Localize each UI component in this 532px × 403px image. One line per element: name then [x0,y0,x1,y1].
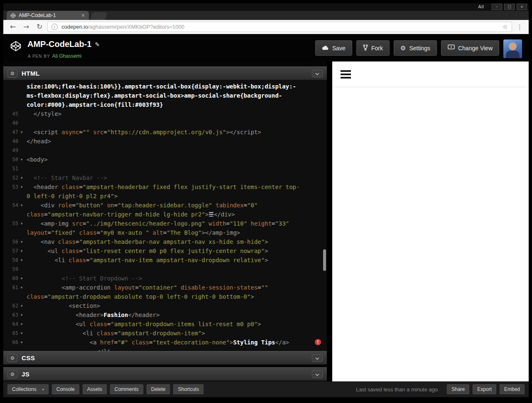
css-collapse-button[interactable] [312,354,323,362]
author-link[interactable]: Ali Ghassemi [52,53,82,59]
avatar[interactable] [503,39,522,58]
console-button[interactable]: Console [52,384,79,394]
code-line[interactable]: 51 [3,164,327,173]
code-line[interactable]: 53▾ <header class="ampstart-headerbar fi… [3,182,327,192]
browser-menu-icon[interactable]: ⋮ [517,23,523,31]
code-line[interactable]: 57▾ <ul class="list-reset center m0 p0 f… [3,246,327,256]
fork-button[interactable]: Fork [356,40,390,56]
edit-title-icon[interactable]: ✎ [95,41,100,48]
back-button[interactable]: ← [10,22,16,31]
fold-arrow-icon[interactable]: ▾ [18,219,25,228]
code-line[interactable]: 56▾ <nav class="ampstart-headerbar-nav a… [3,237,327,246]
code-line[interactable]: 0 left-0 right-0 pl2 pr4"> [3,192,327,201]
code-line[interactable]: 52▾ <!-- Start Navbar --> [3,173,327,182]
css-settings-gear-icon[interactable]: ⚙ [7,354,17,362]
cloud-save-icon [322,45,329,52]
preview-hamburger-icon[interactable] [341,70,351,79]
delete-button[interactable]: Delete [147,384,170,394]
code-text [25,164,27,173]
forward-button[interactable]: → [23,22,29,31]
url-bar[interactable]: i codepen.io/aghassemi/pen/XMKbGP?editor… [47,22,512,32]
settings-button[interactable]: ⚙ Settings [394,40,437,56]
js-collapse-button[interactable] [312,371,323,378]
shortcuts-button[interactable]: Shortcuts [173,384,203,394]
chevron-down-icon [315,70,319,76]
code-line[interactable]: size:100%;flex-basis:100%}}.ampstart-soc… [3,82,327,91]
window-close-button[interactable]: × [517,4,527,10]
code-line[interactable]: 55▾ <amp-img src="../img/thescenic/heade… [3,219,327,228]
code-line[interactable]: 49 [3,146,327,155]
pen-title: AMP-CodeLab-1 [27,39,91,49]
code-line[interactable]: 47▾ <script async="" src="https://cdn.am… [3,128,327,137]
window-minimize-button[interactable]: – [492,4,502,10]
code-line[interactable]: 63▾ <header>Fashion</header> [3,310,327,319]
line-number: 45 [3,109,18,118]
line-number: 58 [3,256,18,265]
code-line[interactable]: 66▾ <a href="#" class="text-decoration-n… [3,338,327,347]
tab-close-icon[interactable]: × [81,12,85,18]
editor-scrollbar[interactable] [323,249,326,271]
code-text: size:100%;flex-basis:100%}}.ampstart-soc… [25,82,296,91]
fold-arrow-icon[interactable]: ▾ [18,256,25,265]
code-line[interactable]: class="ampstart-navbar-trigger md-hide l… [3,210,327,219]
change-view-button[interactable]: Change View [441,40,499,56]
fold-arrow-icon[interactable]: ▾ [18,319,25,329]
code-line[interactable]: 60▾ <!-- Start Dropdown --> [3,274,327,283]
fold-arrow-icon[interactable]: ▾ [18,301,25,310]
save-button[interactable]: Save [315,40,352,56]
codepen-logo-icon[interactable] [10,40,22,54]
fold-arrow-icon[interactable]: ▾ [18,310,25,319]
code-line[interactable]: 50▾<body> [3,155,327,164]
code-line[interactable]: 46 [3,118,327,128]
code-line[interactable]: 64▾ <ul class="ampstart-dropdown-items l… [3,319,327,329]
fold-arrow-icon[interactable]: ▾ [18,173,25,182]
fold-arrow-icon[interactable]: ▾ [18,246,25,256]
new-tab-button[interactable] [90,12,108,20]
fold-arrow-icon[interactable]: ▾ [18,283,25,292]
fold-arrow-icon[interactable]: ▾ [18,274,25,283]
fold-arrow-icon[interactable]: ▾ [18,338,25,347]
code-line[interactable]: 54▾ <div role="button" on="tap:header-si… [3,201,327,210]
code-line[interactable]: layout="fixed" class="my0 mx-auto " alt=… [3,228,327,237]
code-line[interactable]: 48</head> [3,137,327,146]
fold-arrow-icon[interactable]: ▾ [18,237,25,246]
error-badge[interactable]: ! [315,339,321,345]
hamburger-bar [341,74,351,75]
window-maximize-button[interactable]: □ [504,4,515,10]
code-line[interactable]: class="ampstart-dropdown absolute top-0 … [3,292,327,301]
comments-label: Comments [115,386,139,392]
code-text: </style> [25,109,61,118]
fold-arrow-icon[interactable]: ▾ [18,329,25,338]
page-info-icon[interactable]: i [51,24,58,30]
code-line[interactable]: 61▾ <amp-accordion layout="container" di… [3,283,327,292]
code-line[interactable]: 65▾ <li class="ampstart-dropdown-item"> [3,329,327,338]
code-line[interactable]: ms-flexbox;display:flex}.ampstart-social… [3,91,327,100]
code-line[interactable]: 59 [3,265,327,274]
fold-arrow-icon[interactable]: ▾ [18,155,25,164]
chevron-down-icon [315,355,319,361]
code-line[interactable]: 58▾ <li class="ampstart-nav-item ampstar… [3,256,327,265]
embed-button[interactable]: Embed [500,384,525,394]
assets-button[interactable]: Assets [83,384,107,394]
fold-arrow-icon[interactable]: ▾ [18,128,25,137]
reload-button[interactable]: ↻ [37,22,42,31]
browser-tab[interactable]: AMP-CodeLab-1 × [7,11,89,20]
code-line[interactable]: 62▾ <section> [3,301,327,310]
code-line[interactable]: </li [3,347,327,351]
line-number: 61 [3,283,18,292]
export-button[interactable]: Export [473,384,496,394]
tab-bar: AMP-CodeLab-1 × [3,11,529,20]
fold-arrow-icon[interactable]: ▾ [18,201,25,210]
collections-dropdown[interactable]: Collections ▾ [7,384,49,394]
code-line[interactable]: 45 </style> [3,109,327,118]
comments-button[interactable]: Comments [110,384,143,394]
html-collapse-button[interactable] [312,70,323,77]
bookmark-star-icon[interactable]: ☆ [503,23,508,31]
fold-arrow-icon[interactable]: ▾ [18,182,25,192]
html-settings-gear-icon[interactable]: ⚙ [7,69,17,78]
code-line[interactable]: color:#000}.ampstart-icon{fill:#003f93} [3,100,327,109]
html-editor[interactable]: size:100%;flex-basis:100%}}.ampstart-soc… [3,80,327,351]
js-settings-gear-icon[interactable]: ⚙ [7,370,17,378]
code-text: </head> [25,137,51,146]
share-button[interactable]: Share [447,384,469,394]
